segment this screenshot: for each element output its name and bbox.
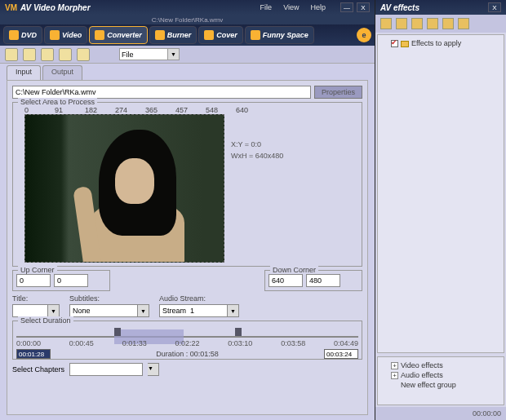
toolbar: ▼ [0, 46, 375, 64]
subtitles-dropdown[interactable]: ▼ [138, 304, 149, 317]
preview-figure [91, 130, 189, 263]
e-button[interactable]: e [357, 28, 371, 42]
effects-library-tree[interactable]: +Video effects +Audio effects New effect… [377, 356, 504, 405]
tool-2-icon[interactable] [23, 48, 36, 61]
effects-panel: AV effects X Effects to apply +Video eff… [375, 0, 506, 420]
source-file-input[interactable] [12, 86, 311, 99]
tool-5-icon[interactable] [77, 48, 90, 61]
minimize-button[interactable]: — [340, 2, 353, 12]
duration-in-input[interactable] [16, 349, 51, 359]
tab-funny-space[interactable]: Funny Space [245, 26, 314, 44]
input-tab[interactable]: Input [7, 65, 41, 80]
duration-value: 00:01:58 [190, 350, 219, 358]
effects-tool-3-icon[interactable] [411, 18, 423, 29]
tab-video[interactable]: Video [44, 26, 87, 44]
converter-icon [95, 30, 104, 40]
up-corner-y-input[interactable] [54, 274, 88, 287]
effects-toolbar [375, 15, 506, 33]
input-panel: Properties Select Area to Process 091182… [7, 80, 368, 415]
down-corner-y-input[interactable] [306, 274, 340, 287]
app-title: AV Video Morpher [20, 3, 91, 12]
subtitles-select[interactable] [69, 304, 138, 317]
title-dropdown[interactable]: ▼ [48, 304, 60, 317]
ruler-horizontal: 091182274365457548640 [16, 106, 358, 114]
tab-cover[interactable]: Cover [198, 26, 243, 44]
effects-tool-1-icon[interactable] [380, 18, 392, 29]
tab-converter[interactable]: Converter [89, 26, 148, 44]
effects-to-apply-node[interactable]: Effects to apply [381, 38, 500, 48]
chevron-down-icon: ▼ [171, 51, 176, 57]
checkbox-icon[interactable] [391, 40, 398, 47]
output-tab[interactable]: Output [42, 65, 82, 80]
titlebar: VM AV Video Morpher File View Help — X [0, 0, 375, 15]
duration-out-input[interactable] [324, 349, 358, 359]
select-area-legend: Select Area to Process [18, 98, 97, 106]
effects-apply-tree[interactable]: Effects to apply [377, 34, 504, 353]
timeline-track [16, 336, 358, 338]
menu-view[interactable]: View [283, 3, 299, 11]
title-label: Title: [12, 294, 61, 303]
burner-icon [155, 30, 165, 40]
title-select[interactable] [12, 304, 48, 317]
effects-time: 00:00:00 [473, 409, 501, 418]
menu-help[interactable]: Help [310, 3, 326, 11]
tool-4-icon[interactable] [59, 48, 72, 61]
tab-burner[interactable]: Burner [149, 26, 198, 44]
main-window: VM AV Video Morpher File View Help — X C… [0, 0, 375, 420]
dvd-icon [9, 30, 19, 40]
properties-button[interactable]: Properties [314, 86, 362, 99]
chapters-dropdown[interactable]: ▼ [148, 363, 159, 376]
down-corner-fieldset: Down Corner [264, 270, 362, 291]
expand-icon[interactable]: + [391, 372, 398, 379]
new-effect-group-node[interactable]: New effect group [381, 380, 500, 390]
cover-icon [204, 30, 214, 40]
up-corner-x-input[interactable] [16, 274, 51, 287]
ruler-vertical [16, 114, 24, 263]
file-selector-dropdown[interactable]: ▼ [168, 48, 180, 60]
video-icon [50, 30, 60, 40]
timeline-out-marker[interactable] [235, 328, 242, 336]
close-button[interactable]: X [357, 2, 370, 12]
down-corner-x-input[interactable] [269, 274, 303, 287]
timeline-in-marker[interactable] [114, 328, 121, 336]
tool-3-icon[interactable] [41, 48, 54, 61]
funny-icon [251, 30, 260, 40]
select-area-fieldset: Select Area to Process 09118227436545754… [12, 102, 362, 267]
chapters-select[interactable] [69, 363, 143, 376]
effects-close-button[interactable]: X [488, 2, 501, 12]
video-effects-node[interactable]: +Video effects [381, 360, 500, 370]
select-chapters-label: Select Chapters [12, 365, 64, 374]
app-logo: VM [5, 3, 17, 12]
effects-title: AV effects [380, 3, 419, 12]
video-preview[interactable] [24, 114, 224, 263]
select-duration-fieldset: Select Duration 0:00:000:00:450:01:330:0… [12, 321, 362, 360]
file-selector-input[interactable] [119, 48, 168, 60]
effects-tool-5-icon[interactable] [442, 18, 454, 29]
effects-tool-6-icon[interactable] [458, 18, 469, 29]
audio-effects-node[interactable]: +Audio effects [381, 370, 500, 380]
tab-dvd[interactable]: DVD [3, 26, 42, 44]
effects-tool-2-icon[interactable] [396, 18, 407, 29]
up-corner-fieldset: Up Corner [12, 270, 110, 291]
current-path-bar: C:\New Folder\RKa.wmv [0, 15, 375, 24]
audio-stream-select[interactable] [159, 304, 228, 317]
coords-readout: X:Y = 0:0 WxH = 640x480 [231, 114, 358, 263]
expand-icon[interactable]: + [391, 362, 398, 369]
audio-stream-label: Audio Stream: [159, 294, 241, 303]
menu-file[interactable]: File [260, 3, 273, 11]
effects-statusbar: 00:00:00 [375, 407, 506, 420]
audio-stream-dropdown[interactable]: ▼ [228, 304, 239, 317]
nav-tabs: DVD Video Converter Burner Cover Funny S… [0, 24, 375, 46]
folder-icon [401, 41, 409, 47]
effects-tool-4-icon[interactable] [427, 18, 438, 29]
timeline[interactable]: 0:00:000:00:450:01:330:02:220:03:100:03:… [16, 328, 358, 356]
subtitles-label: Subtitles: [69, 294, 151, 303]
tool-1-icon[interactable] [5, 48, 18, 61]
